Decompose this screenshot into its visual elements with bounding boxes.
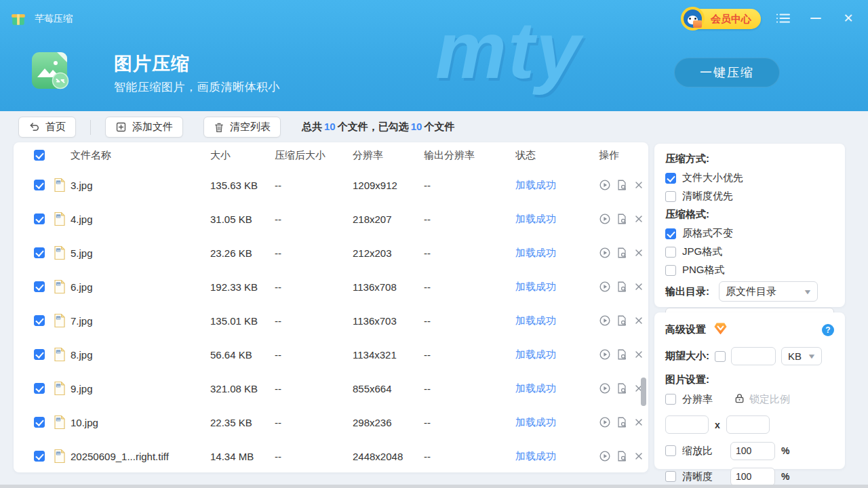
row-checkbox[interactable] — [34, 383, 45, 394]
start-compress-icon[interactable] — [599, 348, 611, 361]
option-checkbox[interactable] — [665, 191, 676, 202]
file-size: 14.34 MB — [210, 451, 275, 462]
member-avatar — [681, 7, 705, 30]
row-checkbox[interactable] — [34, 281, 45, 292]
scale-checkbox[interactable] — [665, 445, 676, 456]
row-checkbox[interactable] — [34, 417, 45, 428]
start-compress-icon[interactable] — [599, 416, 611, 428]
resolution-checkbox[interactable] — [665, 394, 676, 405]
file-name: 6.jpg — [71, 281, 210, 293]
clear-list-label: 清空列表 — [230, 121, 271, 134]
member-center-button[interactable]: 会员中心 — [685, 9, 761, 29]
expected-size-checkbox[interactable] — [715, 351, 726, 362]
remove-file-icon[interactable] — [633, 179, 645, 191]
start-compress-icon[interactable] — [599, 281, 611, 293]
row-checkbox[interactable] — [34, 451, 45, 462]
option-checkbox[interactable] — [665, 247, 676, 258]
start-compress-icon[interactable] — [599, 314, 611, 327]
output-resolution: -- — [424, 349, 515, 361]
select-all-checkbox[interactable] — [34, 150, 45, 161]
preview-file-icon[interactable] — [616, 314, 628, 327]
remove-file-icon[interactable] — [633, 348, 645, 361]
start-compress-icon[interactable] — [599, 450, 611, 462]
preview-file-icon[interactable] — [616, 450, 628, 462]
remove-file-icon[interactable] — [633, 314, 645, 327]
minimize-button[interactable] — [808, 11, 823, 26]
preview-file-icon[interactable] — [616, 213, 628, 225]
menu-list-icon[interactable] — [776, 11, 791, 26]
file-name: 10.jpg — [71, 417, 210, 428]
preview-file-icon[interactable] — [616, 179, 628, 191]
help-icon[interactable]: ? — [822, 324, 834, 336]
start-compress-icon[interactable] — [599, 213, 611, 225]
width-input[interactable] — [665, 415, 709, 434]
option-checkbox[interactable] — [665, 265, 676, 276]
file-table: 文件名称 大小 压缩后大小 分辨率 输出分辨率 状态 操作 — [14, 142, 648, 472]
row-checkbox[interactable] — [34, 349, 45, 360]
expected-size-input[interactable] — [731, 347, 776, 365]
remove-file-icon[interactable] — [633, 213, 645, 225]
home-button-label: 首页 — [45, 121, 66, 134]
start-compress-icon[interactable] — [599, 247, 611, 259]
checkbox-option[interactable]: 原格式不变 — [665, 226, 834, 241]
start-compress-icon[interactable] — [599, 179, 611, 191]
preview-file-icon[interactable] — [616, 281, 628, 293]
table-row: 4.jpg 31.05 KB -- 218x207 -- 加载成功 — [14, 202, 648, 236]
status-text: 加载成功 — [515, 281, 587, 293]
col-compressed-size: 压缩后大小 — [275, 149, 353, 162]
preview-file-icon[interactable] — [616, 348, 628, 361]
file-name: 9.jpg — [71, 383, 210, 394]
app-window: mty 芊莓压缩 会员中心 — [0, 0, 868, 488]
option-checkbox[interactable] — [665, 173, 676, 184]
file-count-summary: 总共10个文件，已勾选10个文件 — [302, 121, 454, 134]
checkbox-option[interactable]: 文件大小优先 — [665, 170, 834, 186]
remove-file-icon[interactable] — [633, 281, 645, 293]
size-unit-select[interactable]: KB ▼ — [781, 347, 822, 365]
start-compress-icon[interactable] — [599, 382, 611, 394]
preview-file-icon[interactable] — [616, 416, 628, 428]
option-checkbox[interactable] — [665, 228, 676, 239]
close-button[interactable]: ✕ — [841, 11, 856, 26]
checkbox-option[interactable]: 清晰度优先 — [665, 188, 834, 204]
table-body: 3.jpg 135.63 KB -- 1209x912 -- 加载成功 — [14, 168, 648, 472]
table-row: 6.jpg 192.33 KB -- 1136x708 -- 加载成功 — [14, 270, 648, 304]
clear-list-button[interactable]: 清空列表 — [203, 117, 281, 138]
remove-file-icon[interactable] — [633, 247, 645, 259]
one-click-compress-button[interactable]: 一键压缩 — [674, 58, 780, 87]
add-file-icon — [115, 121, 127, 133]
row-actions — [587, 348, 645, 361]
clarity-checkbox[interactable] — [665, 471, 676, 482]
file-size: 135.01 KB — [210, 315, 275, 327]
scale-input[interactable] — [730, 442, 775, 460]
lock-ratio-toggle[interactable]: 锁定比例 — [734, 392, 790, 406]
row-actions — [587, 450, 645, 462]
image-file-icon — [53, 245, 66, 260]
preview-file-icon[interactable] — [616, 247, 628, 259]
table-scrollbar-thumb[interactable] — [641, 378, 646, 406]
compressed-size: -- — [275, 417, 353, 428]
resolution: 2448x2048 — [353, 451, 424, 462]
checkbox-option[interactable]: PNG格式 — [665, 262, 834, 278]
row-checkbox[interactable] — [34, 315, 45, 326]
clarity-input[interactable] — [730, 468, 775, 486]
row-checkbox[interactable] — [34, 180, 45, 190]
remove-file-icon[interactable] — [633, 416, 645, 428]
member-center-label: 会员中心 — [711, 13, 751, 26]
lock-icon — [734, 392, 745, 406]
height-input[interactable] — [726, 415, 770, 434]
row-checkbox[interactable] — [34, 214, 45, 224]
home-button[interactable]: 首页 — [18, 117, 76, 138]
checkbox-option[interactable]: JPG格式 — [665, 244, 834, 260]
output-resolution: -- — [424, 315, 515, 327]
scale-label: 缩放比 — [682, 445, 724, 458]
add-files-button[interactable]: 添加文件 — [105, 117, 183, 138]
output-dir-select[interactable]: 原文件目录 ▼ — [719, 281, 818, 302]
window-controls: ✕ — [776, 11, 856, 26]
remove-file-icon[interactable] — [633, 450, 645, 462]
row-checkbox[interactable] — [34, 247, 45, 258]
image-file-icon — [53, 178, 66, 192]
compressed-size: -- — [275, 247, 353, 259]
clarity-label: 清晰度 — [682, 470, 724, 483]
compressed-size: -- — [275, 214, 353, 225]
preview-file-icon[interactable] — [616, 382, 628, 394]
